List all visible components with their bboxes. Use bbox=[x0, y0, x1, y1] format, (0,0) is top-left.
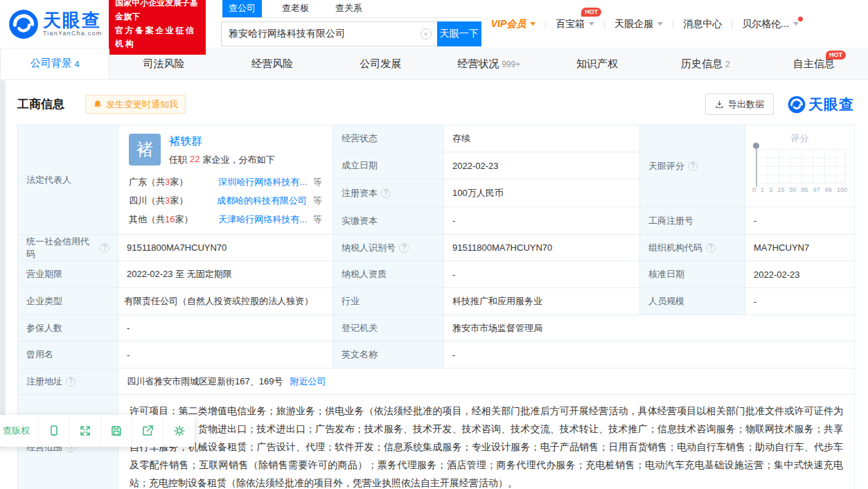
notification-dot bbox=[798, 17, 803, 21]
save-icon[interactable] bbox=[101, 415, 132, 447]
tianyancha-logo-icon bbox=[788, 96, 806, 114]
toolbox-menu[interactable]: HOT 百宝箱 bbox=[546, 18, 604, 30]
clear-icon[interactable]: × bbox=[420, 28, 432, 39]
tab-label: 司法风险 bbox=[143, 57, 185, 71]
company-section-tabs: 公司背景 4 司法风险 经营风险 公司发展 经营状况 999+ 知识产权 历史信… bbox=[0, 48, 868, 80]
field-address-value: 四川省雅安市雨城区迎新街167、169号 附近公司 bbox=[118, 368, 855, 395]
user-menu[interactable]: 贝尔格伦... bbox=[732, 18, 808, 30]
field-company-type-value: 有限责任公司（自然人投资或控股的法人独资） bbox=[118, 288, 333, 315]
tab-intellectual-property[interactable]: 知识产权 bbox=[543, 48, 651, 79]
notify-change-button[interactable]: 发生变更时通知我 bbox=[85, 95, 186, 114]
field-legal-rep-label: 法定代表人 bbox=[18, 125, 118, 235]
side-toolbar: 查版权 bbox=[0, 415, 195, 447]
company-link[interactable]: 深圳哈行网络科技有... bbox=[218, 177, 307, 187]
tab-company-background[interactable]: 公司背景 4 bbox=[0, 48, 109, 79]
device-icon[interactable] bbox=[39, 415, 70, 447]
search-tab-relation[interactable]: 查关系 bbox=[329, 0, 369, 17]
distribution-row: 其他（共16家） 天津哈行网络科技有...等 bbox=[129, 210, 322, 229]
help-icon[interactable] bbox=[688, 161, 698, 171]
enterprise-service-label: 天眼企服 bbox=[614, 18, 653, 30]
tab-self-info[interactable]: 自主信息 HOT bbox=[760, 48, 868, 79]
field-established-value: 2022-02-23 bbox=[444, 152, 640, 179]
hot-badge: HOT bbox=[581, 8, 601, 17]
field-registry-value: 雅安市市场监督管理局 bbox=[444, 315, 855, 341]
distribution-row: 四川（共3家） 成都哈的科技有限公司等 bbox=[129, 191, 322, 210]
field-taxpayer-quality-label: 纳税人资质 bbox=[333, 261, 444, 288]
field-company-type-label: 企业类型 bbox=[18, 288, 118, 315]
field-taxpayer-id-label: 纳税人识别号 bbox=[333, 235, 444, 261]
tianyancha-logo[interactable]: 天眼查 TianYanCha.com bbox=[8, 9, 102, 39]
tab-label: 经营风险 bbox=[251, 57, 293, 71]
gov-badge-line2: 官方备案企业征信机构 bbox=[115, 24, 200, 52]
tab-operating-status[interactable]: 经营状况 999+ bbox=[435, 48, 543, 79]
settings-icon[interactable] bbox=[163, 415, 195, 447]
caret-down-icon bbox=[793, 22, 799, 28]
field-status-label: 经营状态 bbox=[333, 125, 444, 152]
field-approval-date-value: 2022-02-23 bbox=[745, 261, 855, 288]
field-english-name-value: - bbox=[444, 341, 855, 368]
field-address-label: 注册地址 bbox=[18, 368, 118, 395]
search-tab-boss[interactable]: 查老板 bbox=[276, 0, 315, 17]
field-industry-label: 行业 bbox=[333, 288, 444, 315]
search-input[interactable] bbox=[229, 28, 420, 39]
tab-history-info[interactable]: 历史信息 2 bbox=[651, 48, 759, 79]
field-status-value: 存续 bbox=[444, 125, 640, 152]
help-icon[interactable] bbox=[381, 188, 391, 198]
score-chart-title: 评分 bbox=[752, 132, 847, 145]
company-link[interactable]: 成都哈的科技有限公司 bbox=[217, 195, 307, 206]
vip-menu[interactable]: VIP会员 bbox=[481, 18, 546, 30]
export-data-button[interactable]: 导出数据 bbox=[705, 94, 774, 115]
tab-label: 公司背景 bbox=[30, 57, 72, 70]
field-reg-number-label: 工商注册号 bbox=[640, 207, 745, 235]
tianyancha-logo-icon bbox=[8, 9, 39, 39]
bell-icon bbox=[93, 100, 103, 109]
tab-label: 经营状况 bbox=[457, 57, 499, 71]
score-axis-ticks: 0131550859799100 bbox=[752, 186, 847, 193]
help-icon[interactable] bbox=[399, 243, 409, 253]
field-org-code-label: 组织机构代码 bbox=[640, 235, 745, 261]
legal-rep-name-link[interactable]: 褚轶群 bbox=[169, 134, 202, 149]
field-reg-number-value: - bbox=[745, 207, 855, 235]
expand-icon[interactable] bbox=[70, 415, 101, 447]
search-box: × bbox=[221, 21, 437, 46]
field-staff-size-value: - bbox=[745, 288, 855, 315]
field-former-name-value: - bbox=[118, 341, 333, 368]
caret-down-icon bbox=[589, 22, 594, 28]
share-icon[interactable] bbox=[132, 415, 163, 447]
avatar[interactable]: 褚 bbox=[129, 134, 161, 166]
company-link[interactable]: 天津哈行网络科技有... bbox=[218, 214, 307, 224]
brand-name: 天眼查 bbox=[43, 11, 102, 29]
field-taxpayer-id-value: 91511800MA7HCUYN70 bbox=[444, 235, 640, 261]
field-taxpayer-quality-value: - bbox=[444, 261, 640, 288]
field-established-label: 成立日期 bbox=[333, 152, 444, 179]
gov-badge: 国家中小企业发展子基金旗下 官方备案企业征信机构 bbox=[109, 0, 206, 55]
copyright-check-button[interactable]: 查版权 bbox=[0, 415, 39, 447]
nearby-companies-link[interactable]: 附近公司 bbox=[290, 375, 326, 388]
search-tab-company[interactable]: 查公司 bbox=[222, 0, 262, 17]
tab-count: 999+ bbox=[502, 60, 520, 69]
enterprise-service-menu[interactable]: 天眼企服 bbox=[605, 18, 673, 30]
tab-operating-risk[interactable]: 经营风险 bbox=[218, 48, 326, 79]
tab-company-development[interactable]: 公司发展 bbox=[326, 48, 434, 79]
field-former-name-label: 曾用名 bbox=[18, 341, 118, 368]
legal-rep-card: 褚 褚轶群 任职 22 家企业，分布如下 广东（共3家） 深圳哈行网络科技有..… bbox=[118, 125, 333, 235]
field-registry-label: 登记机关 bbox=[333, 315, 444, 341]
help-icon[interactable] bbox=[100, 243, 109, 253]
message-center-link[interactable]: 消息中心 bbox=[673, 18, 732, 30]
toolbox-label: 百宝箱 bbox=[556, 18, 585, 30]
field-credit-code-label: 统一社会信用代码 bbox=[18, 235, 118, 261]
help-icon[interactable] bbox=[706, 243, 716, 253]
watermark-brand: 天眼查 bbox=[808, 95, 854, 114]
field-business-term-value: 2022-02-23 至 无固定期限 bbox=[118, 261, 333, 288]
field-score-label: 天眼评分 bbox=[640, 125, 745, 207]
tab-label: 历史信息 bbox=[681, 57, 723, 71]
notify-change-label: 发生变更时通知我 bbox=[106, 98, 178, 111]
field-reg-capital-label: 注册资本 bbox=[333, 179, 444, 207]
tab-label: 公司发展 bbox=[360, 57, 401, 71]
caret-down-icon bbox=[657, 22, 663, 28]
search-button[interactable]: 天眼一下 bbox=[437, 21, 481, 46]
user-name: 贝尔格伦... bbox=[742, 18, 789, 30]
help-icon[interactable] bbox=[66, 377, 76, 386]
tab-judicial-risk[interactable]: 司法风险 bbox=[109, 48, 218, 79]
search-area: 查公司 查老板 查关系 × 天眼一下 bbox=[221, 1, 481, 46]
